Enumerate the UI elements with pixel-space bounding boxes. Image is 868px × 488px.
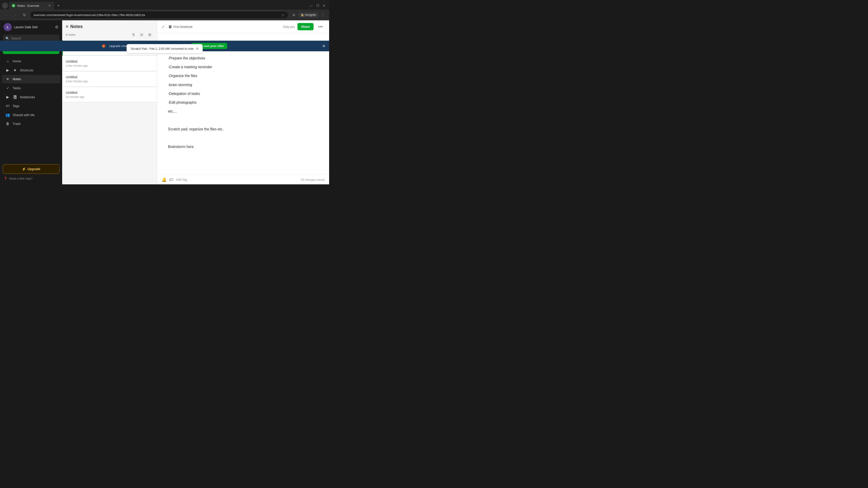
add-tag-label: Add tag xyxy=(176,178,187,182)
tasks-icon: ✓ xyxy=(5,86,10,90)
url-text: evernote.com/client/web?login=true#/note… xyxy=(34,13,280,17)
sidebar-item-label: Tags xyxy=(13,104,20,108)
sidebar-item-home[interactable]: ⌂ Home xyxy=(2,57,60,66)
note-line: -Edit photographs xyxy=(168,99,318,105)
note-line: -Prepare the objectives xyxy=(168,55,318,61)
url-bar[interactable]: evernote.com/client/web?login=true#/note… xyxy=(30,11,288,19)
note-line: -Create a meeting reminder xyxy=(168,64,318,70)
sidebar-item-notes[interactable]: ≡ Notes xyxy=(2,75,60,84)
more-options-button[interactable]: ••• xyxy=(316,23,324,30)
refresh-button[interactable]: ↻ xyxy=(21,11,28,19)
note-line: -Delegation of tasks xyxy=(168,91,318,97)
search-icon: 🔍 xyxy=(5,37,9,40)
only-you-text: Only you xyxy=(283,25,295,29)
upgrade-banner-close-button[interactable]: ✕ xyxy=(322,43,326,48)
note-body[interactable]: -Prepare the objectives -Create a meetin… xyxy=(168,55,318,150)
sidebar-item-label: Shared with Me xyxy=(13,113,35,117)
shared-icon: 👥 xyxy=(5,113,10,117)
back-button[interactable]: ← xyxy=(3,11,10,19)
note-line: -Organize the files xyxy=(168,73,318,79)
window-controls: — ❐ ✕ xyxy=(309,4,327,7)
tab-favicon xyxy=(12,4,16,7)
notes-title-icon: ≡ xyxy=(66,24,68,29)
note-item-untitled1[interactable]: Untitled a few minutes ago xyxy=(62,56,157,71)
sidebar-item-label: Notes xyxy=(13,77,21,81)
incognito-label: Incognito xyxy=(305,13,316,17)
sidebar-item-trash[interactable]: 🗑 Trash xyxy=(2,120,60,128)
note-line: -brain storming xyxy=(168,82,318,88)
browser-tab[interactable]: Notes - Evernote ✕ xyxy=(9,2,54,9)
notification-banner: 'Scratch Pad - Feb 1, 2:05 AM' converted… xyxy=(127,44,203,53)
upgrade-gift-icon: 🎁 xyxy=(102,44,105,48)
note-item-untitled3[interactable]: Untitled 24 minutes ago xyxy=(62,87,157,102)
sidebar-item-label: Trash xyxy=(13,122,21,126)
settings-button[interactable]: ⚙ xyxy=(55,25,59,30)
user-name: Lauren Dale Deli xyxy=(14,25,53,29)
notebook-icon: 📓 xyxy=(168,25,172,29)
tab-back-btn[interactable]: ‹ xyxy=(2,2,8,9)
browser-more-button[interactable]: ⋮ xyxy=(319,11,327,19)
bookmark-button[interactable]: ☆ xyxy=(281,13,285,17)
forward-button[interactable]: → xyxy=(12,11,19,19)
note-title: Untitled xyxy=(66,75,153,79)
note-time: a few minutes ago xyxy=(66,80,153,83)
notebook-button[interactable]: 📓 First Notebook xyxy=(168,25,193,29)
close-button[interactable]: ✕ xyxy=(323,4,326,7)
sidebar-item-label: Notebooks xyxy=(20,95,35,99)
notification-close-button[interactable]: ✕ xyxy=(196,46,199,51)
sidebar-item-shared[interactable]: 👥 Shared with Me xyxy=(2,110,60,119)
help-icon: ❓ xyxy=(4,177,7,180)
view-toggle-button[interactable]: ⊞ xyxy=(146,31,153,38)
sidebar-header: L Lauren Dale Deli ⚙ xyxy=(0,20,62,34)
tab-close-button[interactable]: ✕ xyxy=(48,4,52,8)
star-icon: ★ xyxy=(13,68,17,72)
sidebar-item-label: Shortcuts xyxy=(20,68,33,72)
search-label: Search xyxy=(11,37,21,40)
tags-icon: 🏷 xyxy=(5,104,10,108)
editor-content[interactable]: Scratch Pad - Feb 1, 2:05 AM -Prepare th… xyxy=(157,33,329,175)
notebooks-expand-icon: ▶ xyxy=(5,95,10,99)
shortcuts-expand-icon: ▶ xyxy=(5,68,10,72)
upgrade-icon: ⚡ xyxy=(22,167,26,171)
filter-button[interactable]: ⊟ xyxy=(138,31,145,38)
sidebar-item-label: Tasks xyxy=(13,86,21,90)
note-title: Untitled xyxy=(66,91,153,94)
sidebar-footer: ⚡ Upgrade ❓ Need a little help? xyxy=(0,162,62,184)
sidebar-nav: ⌂ Home ▶ ★ Shortcuts ≡ Notes ✓ Tasks ▶ 📓… xyxy=(0,56,62,162)
note-item-untitled2[interactable]: Untitled a few minutes ago xyxy=(62,71,157,87)
sidebar-item-shortcuts[interactable]: ▶ ★ Shortcuts xyxy=(2,66,60,74)
incognito-icon: 🕵 xyxy=(301,13,304,17)
notification-message: 'Scratch Pad - Feb 1, 2:05 AM' converted… xyxy=(130,47,194,51)
notes-list-header: ≡ Notes 9 notes ⇅ ⊟ ⊞ xyxy=(62,20,157,40)
share-button[interactable]: Share xyxy=(298,23,313,30)
trash-icon: 🗑 xyxy=(5,122,10,126)
note-line: etc.... xyxy=(168,108,318,114)
sort-button[interactable]: ⇅ xyxy=(130,31,137,38)
add-tag-button[interactable]: Add tag xyxy=(176,178,187,182)
note-line: Scratch pad: organize the files etc. xyxy=(168,126,318,132)
note-time: 24 minutes ago xyxy=(66,95,153,98)
help-button[interactable]: ❓ Need a little help? xyxy=(3,175,59,182)
upgrade-button[interactable]: ⚡ Upgrade xyxy=(3,164,59,174)
tag-icon-button[interactable]: 🏷 xyxy=(169,177,174,182)
extensions-button[interactable]: ⧉ xyxy=(290,11,298,19)
home-icon: ⌂ xyxy=(5,59,10,63)
notes-title-text: Notes xyxy=(70,24,83,29)
expand-icon[interactable]: ⤢ xyxy=(162,25,164,29)
upgrade-label: Upgrade xyxy=(28,167,40,171)
minimize-button[interactable]: — xyxy=(309,4,313,7)
reminder-bell-button[interactable]: 🔔 xyxy=(162,177,166,182)
sidebar-item-notebooks[interactable]: ▶ 📓 Notebooks xyxy=(2,93,60,101)
notes-section-title: ≡ Notes xyxy=(66,24,153,29)
incognito-button[interactable]: 🕵 Incognito xyxy=(298,12,318,18)
sidebar-item-tasks[interactable]: ✓ Tasks xyxy=(2,84,60,92)
restore-button[interactable]: ❐ xyxy=(316,4,319,7)
note-line xyxy=(168,135,318,141)
editor-header-left: ⤢ 📓 First Notebook xyxy=(162,24,193,29)
sidebar-item-tags[interactable]: 🏷 Tags xyxy=(2,102,60,110)
sidebar-item-label: Home xyxy=(13,59,21,63)
notes-icon: ≡ xyxy=(5,77,10,81)
note-time: a few minutes ago xyxy=(66,64,153,67)
notes-count: 9 notes xyxy=(66,33,75,36)
new-tab-button[interactable]: + xyxy=(55,2,61,9)
